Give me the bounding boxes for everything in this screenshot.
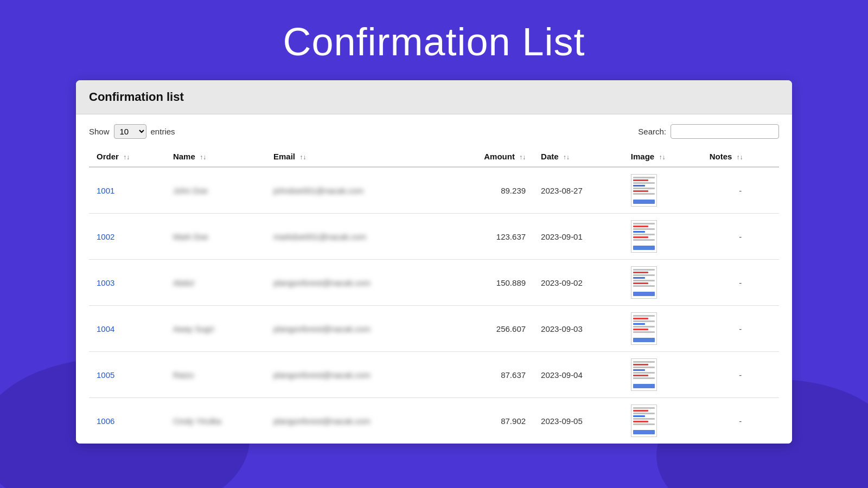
cell-order: 1001 bbox=[89, 167, 165, 214]
order-link[interactable]: 1003 bbox=[97, 278, 114, 287]
search-area: Search: bbox=[638, 124, 779, 139]
cell-amount: 150.889 bbox=[443, 260, 533, 306]
doc-thumbnail bbox=[631, 174, 657, 207]
doc-line bbox=[633, 274, 655, 276]
show-label: Show bbox=[89, 127, 110, 136]
entries-select[interactable]: 10 25 50 100 bbox=[114, 124, 146, 139]
col-header-notes[interactable]: Notes ↑↓ bbox=[702, 146, 779, 167]
order-link[interactable]: 1004 bbox=[97, 324, 114, 333]
cell-amount: 256.607 bbox=[443, 306, 533, 352]
cell-name: Cindy Ytrulka bbox=[165, 398, 266, 444]
doc-thumbnail bbox=[631, 358, 657, 391]
order-link[interactable]: 1005 bbox=[97, 370, 114, 380]
doc-line bbox=[633, 182, 655, 184]
doc-line bbox=[633, 323, 645, 325]
doc-line bbox=[633, 223, 655, 224]
cell-notes: - bbox=[702, 260, 779, 306]
doc-line bbox=[633, 410, 648, 412]
doc-line bbox=[633, 320, 655, 322]
col-header-image[interactable]: Image ↑↓ bbox=[623, 146, 702, 167]
cell-image bbox=[623, 260, 702, 306]
doc-line bbox=[633, 361, 655, 363]
cell-image bbox=[623, 306, 702, 352]
doc-line bbox=[633, 185, 645, 187]
card-header: Confirmation list bbox=[76, 80, 792, 114]
sort-icon-date: ↑↓ bbox=[563, 153, 570, 161]
doc-line bbox=[633, 272, 648, 273]
search-label: Search: bbox=[638, 127, 666, 136]
table-row: 1005Raizoplangonforest@nacak.com87.63720… bbox=[89, 352, 779, 398]
order-link[interactable]: 1001 bbox=[97, 186, 114, 195]
cell-notes: - bbox=[702, 214, 779, 260]
sort-icon-name: ↑↓ bbox=[200, 153, 206, 161]
table-header-row: Order ↑↓ Name ↑↓ Email ↑↓ Amount ↑↓ Date… bbox=[89, 146, 779, 167]
doc-line bbox=[633, 231, 645, 233]
col-header-order[interactable]: Order ↑↓ bbox=[89, 146, 165, 167]
doc-line bbox=[633, 367, 655, 368]
page-title: Confirmation List bbox=[0, 20, 868, 64]
doc-line bbox=[633, 375, 648, 376]
doc-line bbox=[633, 318, 648, 319]
cell-image bbox=[623, 214, 702, 260]
doc-line bbox=[633, 377, 655, 379]
card-body: Show 10 25 50 100 entries Search: Order … bbox=[76, 114, 792, 444]
col-header-date[interactable]: Date ↑↓ bbox=[533, 146, 623, 167]
doc-line bbox=[633, 329, 648, 330]
doc-line bbox=[633, 193, 655, 195]
doc-line bbox=[633, 282, 648, 284]
cell-name: Away Sugri bbox=[165, 306, 266, 352]
cell-name: John Doe bbox=[165, 167, 266, 214]
cell-email: markdoe001@nacak.com bbox=[266, 214, 443, 260]
doc-line bbox=[633, 236, 648, 238]
cell-date: 2023-09-04 bbox=[533, 352, 623, 398]
cell-email: plangonforest@nacak.com bbox=[266, 352, 443, 398]
cell-image bbox=[623, 352, 702, 398]
doc-line bbox=[633, 407, 655, 409]
doc-line bbox=[633, 280, 655, 281]
order-link[interactable]: 1002 bbox=[97, 232, 114, 241]
card-header-title: Confirmation list bbox=[89, 90, 184, 104]
doc-thumbnail bbox=[631, 404, 657, 437]
doc-line bbox=[633, 239, 655, 241]
doc-line bbox=[633, 331, 655, 333]
cell-name: Mark Doe bbox=[165, 214, 266, 260]
col-header-email[interactable]: Email ↑↓ bbox=[266, 146, 443, 167]
cell-order: 1005 bbox=[89, 352, 165, 398]
doc-line bbox=[633, 364, 648, 365]
doc-line bbox=[633, 188, 655, 189]
table-row: 1002Mark Doemarkdoe001@nacak.com123.6372… bbox=[89, 214, 779, 260]
cell-email: plangonforest@nacak.com bbox=[266, 260, 443, 306]
table-row: 1003Abdulplangonforest@nacak.com150.8892… bbox=[89, 260, 779, 306]
order-link[interactable]: 1006 bbox=[97, 416, 114, 426]
doc-line bbox=[633, 421, 648, 422]
cell-amount: 123.637 bbox=[443, 214, 533, 260]
search-input[interactable] bbox=[671, 124, 779, 139]
cell-image bbox=[623, 167, 702, 214]
cell-email: plangonforest@nacak.com bbox=[266, 398, 443, 444]
doc-bottom-bar bbox=[633, 338, 655, 342]
sort-icon-notes: ↑↓ bbox=[737, 153, 743, 161]
table-row: 1004Away Sugriplangonforest@nacak.com256… bbox=[89, 306, 779, 352]
col-header-amount[interactable]: Amount ↑↓ bbox=[443, 146, 533, 167]
cell-amount: 89.239 bbox=[443, 167, 533, 214]
doc-line bbox=[633, 226, 648, 227]
doc-line bbox=[633, 423, 655, 425]
cell-date: 2023-09-05 bbox=[533, 398, 623, 444]
cell-email: johndoe001@nacak.com bbox=[266, 167, 443, 214]
doc-bottom-bar bbox=[633, 430, 655, 434]
doc-line bbox=[633, 418, 655, 420]
cell-name: Raizo bbox=[165, 352, 266, 398]
sort-icon-amount: ↑↓ bbox=[519, 153, 526, 161]
doc-line bbox=[633, 228, 655, 230]
cell-notes: - bbox=[702, 398, 779, 444]
doc-line bbox=[633, 269, 655, 271]
doc-line bbox=[633, 415, 645, 417]
doc-line bbox=[633, 277, 645, 279]
col-header-name[interactable]: Name ↑↓ bbox=[165, 146, 266, 167]
doc-line bbox=[633, 372, 655, 374]
doc-line bbox=[633, 285, 655, 287]
cell-email: plangonforest@nacak.com bbox=[266, 306, 443, 352]
doc-bottom-bar bbox=[633, 384, 655, 388]
cell-amount: 87.637 bbox=[443, 352, 533, 398]
doc-line bbox=[633, 326, 655, 328]
